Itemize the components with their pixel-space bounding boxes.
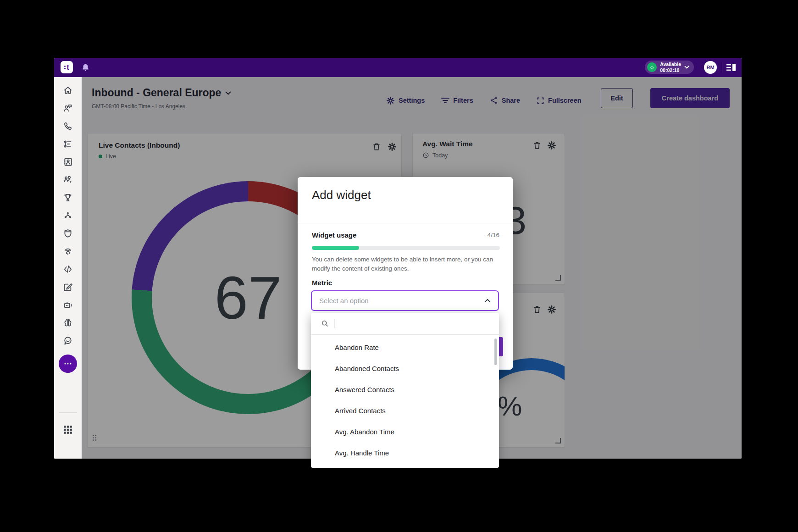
sidebar-item-analytics[interactable] <box>63 139 73 149</box>
metric-options-list: Abandon RateAbandoned ContactsAnswered C… <box>311 337 499 463</box>
progress-fill <box>312 246 359 250</box>
widget-usage-count: 4/16 <box>488 232 499 238</box>
text-caret <box>334 319 334 328</box>
metric-option[interactable]: Abandoned Contacts <box>311 358 499 379</box>
modal-divider <box>298 223 513 223</box>
sidebar-item-home[interactable] <box>63 85 73 95</box>
status-diamond-icon: ◇ <box>647 62 657 72</box>
logo-dots <box>64 66 66 69</box>
chevron-down-icon <box>684 66 689 69</box>
panel-toggle-icon[interactable] <box>726 64 736 71</box>
metric-select-placeholder: Select an option <box>319 297 484 305</box>
widget-usage-helper: You can delete some widgets to be able t… <box>312 255 500 273</box>
sidebar <box>54 77 82 459</box>
avatar[interactable]: RM <box>704 61 717 74</box>
sidebar-item-automations[interactable] <box>63 300 73 310</box>
chevron-up-icon <box>484 299 491 303</box>
status-label: Available <box>660 61 681 67</box>
agent-status-pill[interactable]: ◇ Available 00:02:10 <box>645 61 694 74</box>
metric-dropdown: Abandon RateAbandoned ContactsAnswered C… <box>311 313 499 468</box>
search-icon <box>321 320 329 327</box>
sidebar-item-security[interactable] <box>63 228 73 238</box>
metric-option[interactable]: Avg. Handle Time <box>311 442 499 463</box>
sidebar-item-flows[interactable] <box>63 211 73 221</box>
sidebar-item-developer[interactable] <box>63 264 73 274</box>
bell-icon[interactable] <box>81 63 90 72</box>
sidebar-nav <box>54 85 82 373</box>
metric-label: Metric <box>312 279 332 287</box>
sidebar-item-conversations[interactable] <box>63 103 73 113</box>
metric-option[interactable]: Avg. Abandon Time <box>311 421 499 442</box>
talkdesk-logo[interactable]: t <box>61 61 73 73</box>
sidebar-divider <box>59 412 77 413</box>
topbar-divider <box>722 62 722 72</box>
metric-option[interactable]: Arrived Contacts <box>311 400 499 421</box>
sidebar-item-contacts[interactable] <box>63 157 73 167</box>
sidebar-item-ai[interactable] <box>63 318 73 328</box>
sidebar-item-calls[interactable] <box>63 121 73 131</box>
logo-letter: t <box>66 63 69 71</box>
sidebar-item-gamification[interactable] <box>63 193 73 203</box>
sidebar-item-identity[interactable] <box>63 246 73 256</box>
sidebar-item-compose[interactable] <box>63 282 73 292</box>
metric-option[interactable]: Abandon Rate <box>311 337 499 358</box>
top-bar: t ◇ Available 00:02:10 RM <box>54 58 742 77</box>
sidebar-item-apps[interactable] <box>63 425 73 435</box>
metric-select[interactable]: Select an option <box>311 290 499 311</box>
metric-option[interactable]: Answered Contacts <box>311 379 499 400</box>
avatar-initials: RM <box>706 65 714 70</box>
widget-usage-progressbar <box>312 246 500 250</box>
modal-title: Add widget <box>312 188 371 202</box>
metric-search[interactable] <box>311 313 499 335</box>
sidebar-item-more[interactable] <box>59 355 77 373</box>
sidebar-item-workforce[interactable] <box>63 175 73 185</box>
widget-usage-label: Widget usage <box>312 231 356 239</box>
sidebar-item-feedback[interactable] <box>63 336 73 346</box>
dropdown-scrollbar[interactable] <box>494 338 497 365</box>
status-timer: 00:02:10 <box>660 67 681 73</box>
metric-search-input[interactable] <box>339 319 499 328</box>
